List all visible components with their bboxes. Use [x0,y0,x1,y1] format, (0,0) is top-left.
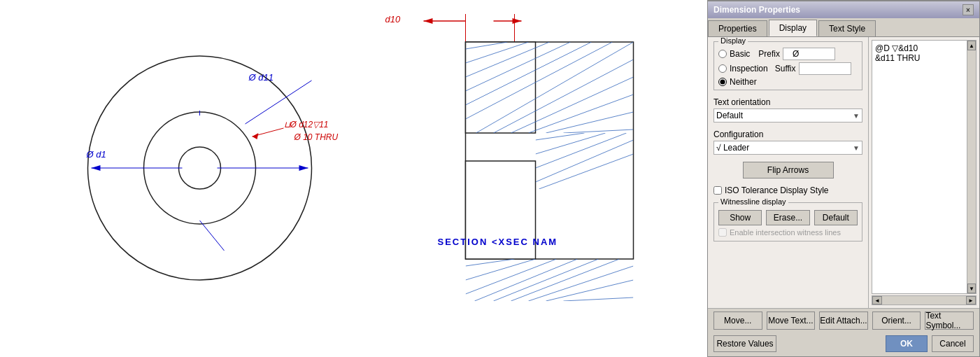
configuration-dropdown[interactable]: √ Leader ▼ [713,141,862,155]
configuration-label: Configuration [713,130,862,139]
horizontal-scrollbar[interactable]: ◄ ► [872,295,977,305]
svg-text:Ø d11: Ø d11 [248,72,274,83]
svg-line-51 [494,259,599,301]
iso-tolerance-label: ISO Tolerance Display Style [725,186,829,195]
svg-marker-6 [299,165,308,171]
scroll-up-button[interactable]: ▲ [967,41,976,50]
suffix-input[interactable] [799,62,851,75]
radio-group: Basic Prefix Inspection Suffix [718,48,858,87]
erase-button[interactable]: Erase... [766,210,809,225]
tab-properties[interactable]: Properties [708,20,767,36]
text-symbol-button[interactable]: Text Symbol... [925,312,974,330]
radio-basic[interactable]: Basic Prefix [718,48,858,60]
configuration-value: √ Leader [716,143,749,153]
bottom-action-buttons: Move... Move Text... Edit Attach... Orie… [708,308,979,332]
final-row: Restore Values OK Cancel [708,332,979,356]
display-group: Display Basic Prefix Inspection [713,41,862,90]
svg-point-2 [179,147,221,189]
text-orientation-section: Text orientation Default ▼ [713,94,862,122]
scroll-left-button[interactable]: ◄ [872,296,882,304]
vertical-scrollbar[interactable]: ▲ ▼ [967,40,977,294]
text-orientation-dropdown[interactable]: Default ▼ [713,108,862,122]
drawing-area: Ø d1 Ø d11 ⊔Ø d12▽11 Ø 10 THRU d10 [0,0,707,357]
enable-intersection-checkbox[interactable] [718,228,727,237]
tab-display[interactable]: Display [769,20,817,36]
radio-neither-label: Neither [730,77,757,87]
witnessline-title: Witnessline display [718,197,788,206]
radio-basic-input[interactable] [718,50,727,58]
display-group-title: Display [718,37,748,45]
text-orientation-label: Text orientation [713,97,862,107]
svg-line-50 [475,259,578,301]
svg-line-52 [511,259,620,301]
enable-intersection-label: Enable intersection witness lines [730,228,841,237]
svg-marker-18 [424,18,433,24]
svg-line-9 [200,220,225,251]
svg-text:d10: d10 [385,14,401,24]
radio-basic-label: Basic [730,49,750,59]
cancel-button[interactable]: Cancel [932,335,974,352]
svg-marker-15 [253,133,259,139]
text-orientation-value: Default [716,111,743,120]
dialog-title: Dimension Properties [713,5,800,15]
move-text-button[interactable]: Move Text... [767,312,816,330]
preview-text-area: @D ▽&d10 &d11 THRU [872,40,977,294]
svg-marker-20 [513,18,522,24]
suffix-label: Suffix [775,64,796,74]
restore-values-button[interactable]: Restore Values [713,335,776,352]
default-button[interactable]: Default [814,210,858,225]
close-button[interactable]: × [963,4,974,15]
radio-inspection[interactable]: Inspection Suffix [718,62,858,75]
scroll-down-button[interactable]: ▼ [967,284,976,293]
iso-tolerance-checkbox[interactable] [713,186,722,195]
iso-tolerance-row: ISO Tolerance Display Style [713,186,862,195]
tab-text-style[interactable]: Text Style [818,20,876,36]
dropdown-arrow-icon: ▼ [853,112,860,120]
prefix-input[interactable] [783,48,835,60]
config-dropdown-arrow-icon: ▼ [853,144,860,152]
enable-intersection-row: Enable intersection witness lines [718,228,858,237]
dialog-body: Display Basic Prefix Inspection [708,37,979,308]
prefix-label: Prefix [758,49,780,59]
dialog-titlebar: Dimension Properties × [708,1,979,18]
configuration-section: Configuration √ Leader ▼ [713,127,862,155]
svg-text:⊔Ø d12▽11: ⊔Ø d12▽11 [284,120,329,130]
dialog-tabs: Properties Display Text Style [708,18,979,37]
svg-text:Ø d1: Ø d1 [86,149,106,160]
edit-attach-button[interactable]: Edit Attach... [819,312,868,330]
ok-cancel-group: OK Cancel [886,335,974,352]
radio-inspection-input[interactable] [718,64,727,73]
svg-text:Ø 10 THRU: Ø 10 THRU [294,132,339,142]
radio-neither-input[interactable] [718,78,727,86]
show-button[interactable]: Show [718,210,762,225]
dimension-properties-dialog: Dimension Properties × Properties Displa… [707,0,980,357]
orient-button[interactable]: Orient... [872,312,921,330]
radio-neither[interactable]: Neither [718,77,858,87]
svg-text:SECTION  <XSEC NAM: SECTION <XSEC NAM [438,237,558,247]
move-button[interactable]: Move... [713,312,762,330]
svg-line-48 [466,259,536,280]
left-panel: Display Basic Prefix Inspection [708,37,869,308]
preview-line1: @D ▽&d10 [875,43,973,53]
radio-inspection-label: Inspection [730,64,768,74]
witnessline-buttons: Show Erase... Default [718,210,858,225]
flip-arrows-button[interactable]: Flip Arrows [743,162,834,178]
svg-line-47 [466,259,515,266]
witnessline-group: Witnessline display Show Erase... Defaul… [713,202,862,241]
preview-line2: &d11 THRU [875,53,973,63]
svg-line-8 [246,80,312,124]
svg-marker-5 [92,165,101,171]
ok-button[interactable]: OK [886,335,928,352]
scroll-right-button[interactable]: ► [966,296,976,304]
right-panel: @D ▽&d10 &d11 THRU ▲ ▼ ◄ ► [869,37,979,308]
svg-line-55 [564,298,634,301]
